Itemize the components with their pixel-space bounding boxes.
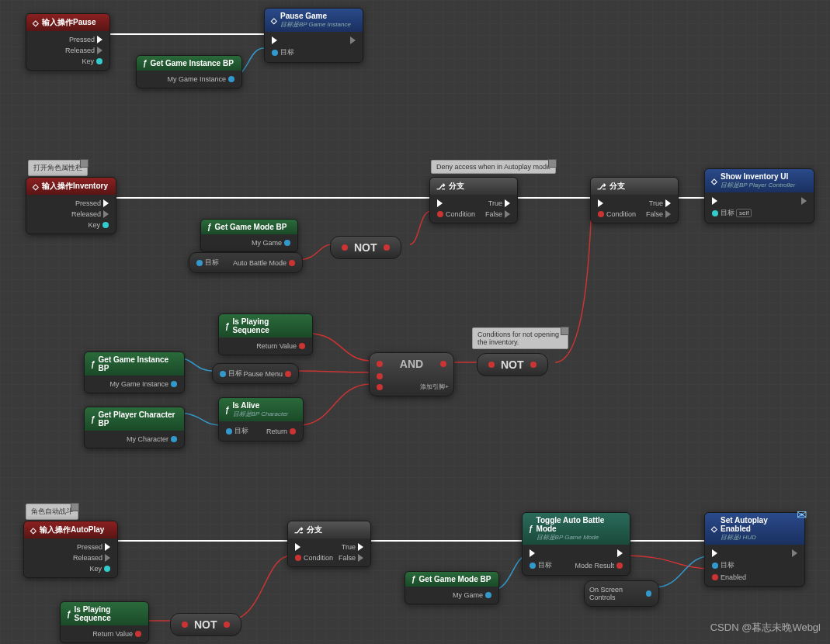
exec-pin[interactable] <box>97 36 102 43</box>
data-pin[interactable] <box>342 244 348 251</box>
exec-pin[interactable] <box>665 199 671 207</box>
exec-pin[interactable] <box>530 549 535 557</box>
node-not-1[interactable]: NOT <box>330 236 401 259</box>
function-icon: ƒ <box>67 610 71 618</box>
comment-open-attr[interactable]: 打开角色属性栏 <box>28 160 88 176</box>
data-pin[interactable] <box>96 58 102 64</box>
data-pin[interactable] <box>440 361 446 367</box>
event-icon: ◇ <box>30 526 36 535</box>
node-is-playing-1[interactable]: ƒIs Playing Sequence Return Value <box>218 313 313 355</box>
data-pin[interactable] <box>220 371 226 377</box>
exec-pin[interactable] <box>103 210 109 218</box>
node-title: Is Playing Sequence <box>75 605 142 622</box>
node-is-playing-2[interactable]: ƒIs Playing Sequence Return Value <box>60 601 149 643</box>
node-not-2[interactable]: NOT <box>477 353 548 376</box>
node-title: Get Game Mode BP <box>215 223 287 231</box>
node-toggle-auto[interactable]: ƒToggle Auto Battle Mode目标是BP Game Mode … <box>522 512 630 576</box>
data-pin[interactable] <box>384 244 390 251</box>
node-and[interactable]: AND 添加引脚 + <box>369 352 454 396</box>
exec-pin[interactable] <box>350 36 356 44</box>
exec-pin[interactable] <box>505 210 510 218</box>
node-not-3[interactable]: NOT <box>170 613 241 636</box>
exec-pin[interactable] <box>103 199 109 207</box>
exec-pin[interactable] <box>712 549 717 557</box>
data-pin[interactable] <box>598 211 604 217</box>
data-pin[interactable] <box>377 373 383 379</box>
node-set-autoplay[interactable]: ◇Set Autoplay Enabled目标是I HUD 目标 Enabled <box>704 512 805 587</box>
data-pin[interactable] <box>284 240 290 246</box>
data-pin[interactable] <box>646 590 651 597</box>
data-pin[interactable] <box>299 343 305 349</box>
node-get-gi-bp-1[interactable]: ƒGet Game Instance BP My Game Instance <box>136 55 242 88</box>
node-pause-menu-var[interactable]: 目标Pause Menu <box>212 363 299 384</box>
exec-pin[interactable] <box>712 197 717 205</box>
node-branch-2[interactable]: ⎇分支 True ConditionFalse <box>590 177 679 223</box>
data-pin[interactable] <box>712 210 718 216</box>
node-get-gm-bp-1[interactable]: ƒGet Game Mode BP My Game <box>200 219 298 252</box>
node-title: Get Game Instance BP <box>99 355 178 372</box>
branch-icon: ⎇ <box>436 182 446 191</box>
node-input-pause[interactable]: ◇输入操作Pause Pressed Released Key <box>26 13 110 71</box>
node-get-gi-bp-2[interactable]: ƒGet Game Instance BP My Game Instance <box>84 351 185 393</box>
data-pin[interactable] <box>135 631 141 637</box>
exec-pin[interactable] <box>358 543 363 551</box>
node-branch-1[interactable]: ⎇分支 True ConditionFalse <box>429 177 518 223</box>
exec-pin[interactable] <box>105 554 110 562</box>
data-pin[interactable] <box>295 555 301 561</box>
data-pin[interactable] <box>102 222 109 228</box>
data-pin[interactable] <box>182 621 188 628</box>
exec-pin[interactable] <box>295 543 300 551</box>
node-title: Get Game Instance BP <box>151 59 234 68</box>
node-on-screen-controls[interactable]: On Screen Controls <box>584 580 659 607</box>
comment-deny-autoplay[interactable]: Deny access when in Autoplay mode <box>431 160 556 174</box>
exec-pin[interactable] <box>105 543 110 551</box>
data-pin[interactable] <box>712 574 718 580</box>
data-pin[interactable] <box>530 563 536 569</box>
exec-pin[interactable] <box>97 47 102 54</box>
watermark: CSDN @暮志未晚Webgl <box>710 621 821 635</box>
exec-pin[interactable] <box>801 197 807 205</box>
data-pin[interactable] <box>226 428 232 435</box>
node-get-gm-bp-2[interactable]: ƒGet Game Mode BP My Game <box>405 571 499 604</box>
exec-pin[interactable] <box>665 210 671 218</box>
node-auto-battle-var[interactable]: 目标Auto Battle Mode <box>189 252 303 273</box>
data-pin[interactable] <box>530 362 537 368</box>
data-pin[interactable] <box>289 260 295 266</box>
data-pin[interactable] <box>171 381 177 387</box>
data-pin[interactable] <box>290 428 296 435</box>
node-input-autoplay[interactable]: ◇输入操作AutoPlay Pressed Released Key <box>23 521 118 578</box>
comment-not-open-inv[interactable]: Conditions for not opening the inventory… <box>472 327 568 349</box>
exec-pin[interactable] <box>358 554 363 562</box>
data-pin[interactable] <box>272 50 278 56</box>
data-pin[interactable] <box>104 566 110 572</box>
data-pin[interactable] <box>485 592 491 598</box>
node-title: 输入操作Inventory <box>42 181 108 192</box>
data-pin[interactable] <box>224 621 230 628</box>
data-pin[interactable] <box>228 76 234 82</box>
data-pin[interactable] <box>171 436 177 442</box>
data-pin[interactable] <box>285 371 291 377</box>
data-pin[interactable] <box>377 384 383 390</box>
node-get-pc-bp[interactable]: ƒGet Player Character BP My Character <box>84 407 185 448</box>
exec-pin[interactable] <box>792 549 797 557</box>
node-title: Is Alive <box>233 401 289 410</box>
exec-pin[interactable] <box>272 36 277 44</box>
data-pin[interactable] <box>616 563 623 569</box>
data-pin[interactable] <box>488 362 495 368</box>
exec-pin[interactable] <box>617 549 623 557</box>
node-branch-3[interactable]: ⎇分支 True ConditionFalse <box>287 521 371 567</box>
exec-pin[interactable] <box>437 199 443 207</box>
exec-pin[interactable] <box>598 199 603 207</box>
node-is-alive[interactable]: ƒIs Alive目标是BP Character 目标Return <box>218 397 304 441</box>
node-pause-game[interactable]: ◇Pause Game目标是BP Game Instance 目标 <box>264 8 363 63</box>
exec-pin[interactable] <box>505 199 510 207</box>
comment-auto-combat[interactable]: 角色自动战斗 <box>26 504 78 520</box>
node-input-inventory[interactable]: ◇输入操作Inventory Pressed Released Key <box>26 177 116 234</box>
mail-icon[interactable]: ✉ <box>797 507 807 522</box>
data-pin[interactable] <box>437 211 443 217</box>
data-pin[interactable] <box>196 260 203 266</box>
node-show-inventory[interactable]: ◇Show Inventory UI目标是BP Player Controlle… <box>704 168 814 223</box>
data-pin[interactable] <box>712 563 718 569</box>
data-pin[interactable] <box>377 361 383 367</box>
node-title: Pause Game <box>280 12 351 20</box>
